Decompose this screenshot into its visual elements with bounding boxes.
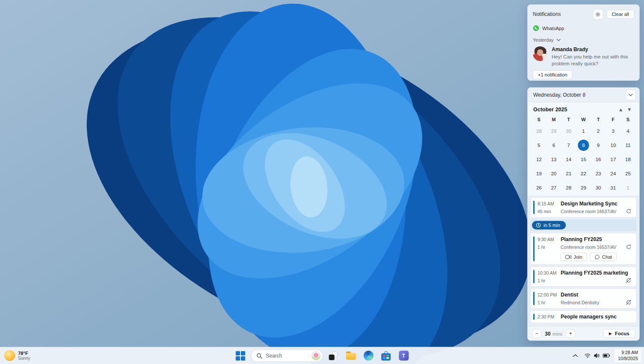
join-button[interactable]: Join — [561, 253, 587, 261]
calendar-day[interactable]: 31 — [606, 180, 621, 195]
calendar-day[interactable]: 28 — [532, 124, 547, 138]
calendar-day[interactable]: 25 — [620, 166, 635, 180]
prev-month-button[interactable]: ▲ — [617, 107, 625, 112]
decrease-duration-button[interactable]: − — [532, 329, 541, 338]
calendar-day[interactable]: 20 — [547, 166, 562, 180]
dow-label: T — [561, 115, 576, 124]
collapse-calendar-button[interactable] — [626, 90, 636, 100]
teams-button[interactable]: T — [396, 349, 411, 363]
event-row: 8:15 AMDesign Marketing Sync — [538, 201, 632, 207]
calendar-day[interactable]: 12 — [532, 152, 547, 166]
calendar-day[interactable]: 24 — [606, 166, 621, 180]
quick-settings-button[interactable] — [582, 352, 612, 360]
calendar-day[interactable]: 6 — [547, 138, 562, 152]
chat-button[interactable]: Chat — [590, 253, 617, 261]
tray-overflow-button[interactable] — [571, 352, 580, 359]
recurring-icon — [626, 208, 632, 214]
calendar-day[interactable]: 11 — [620, 138, 635, 152]
agenda-event[interactable]: 8:15 AMDesign Marketing Sync45 minConfer… — [530, 197, 637, 217]
search-icon — [256, 353, 262, 359]
start-button[interactable] — [233, 349, 248, 363]
event-time: 8:15 AM — [538, 201, 561, 206]
agenda-event[interactable]: 12:00 PMDentist1 hrRedmond Dentistry — [530, 288, 637, 309]
task-view-icon — [329, 352, 337, 360]
agenda-event[interactable]: 9:30 AMPlanning FY20251 hrConference roo… — [530, 233, 637, 265]
calendar-day[interactable]: 17 — [606, 152, 621, 166]
calendar-day[interactable]: 28 — [561, 180, 576, 195]
calendar-day[interactable]: 29 — [576, 180, 591, 195]
calendar-day[interactable]: 1 — [620, 180, 635, 195]
calendar-day[interactable]: 3 — [606, 124, 621, 138]
calendar-day[interactable]: 14 — [561, 152, 576, 166]
agenda-event[interactable]: 10:30 AMPlanning FY2025 marketing1 hr — [530, 266, 637, 287]
notification-item[interactable]: Amanda Brady Hey! Can you help me out wi… — [533, 46, 634, 67]
calendar-day[interactable]: 7 — [561, 138, 576, 152]
event-row: 10:30 AMPlanning FY2025 marketing — [538, 270, 632, 276]
calendar-day[interactable]: 13 — [547, 152, 562, 166]
dow-label: M — [547, 115, 562, 124]
yesterday-group-toggle[interactable]: Yesterday — [533, 37, 634, 43]
notifications-panel: Notifications Clear all WhatsApp Yesterd… — [527, 4, 640, 81]
event-title: Planning FY2025 marketing — [561, 270, 628, 276]
recurring-off-icon — [626, 278, 632, 283]
agenda-event[interactable]: 2:30 PMPeople managers sync — [530, 310, 637, 323]
calendar-day[interactable]: 15 — [576, 152, 591, 166]
event-detail-row: 1 hrRedmond Dentistry — [538, 300, 632, 305]
calendar-day[interactable]: 23 — [591, 166, 606, 180]
event-time: 12:00 PM — [538, 292, 561, 297]
avatar — [533, 46, 547, 61]
calendar-day[interactable]: 27 — [547, 180, 562, 195]
clock-tray-button[interactable]: 9:28 AM 10/8/2025 — [614, 349, 641, 362]
calendar-day[interactable]: 29 — [547, 124, 562, 138]
dow-label: F — [606, 115, 621, 124]
calendar-day[interactable]: 19 — [532, 166, 547, 180]
event-location: Conference room 16537/AV — [561, 245, 626, 250]
reminder-pill[interactable]: in 5 min — [532, 221, 566, 229]
calendar-day[interactable]: 26 — [532, 180, 547, 195]
search-box[interactable]: Search — [251, 349, 323, 362]
calendar-day[interactable]: 9 — [591, 138, 606, 152]
calendar-day[interactable]: 2 — [591, 124, 606, 138]
chat-label: Chat — [602, 254, 612, 260]
calendar-day[interactable]: 5 — [532, 138, 547, 152]
taskbar: 78°F Sunny Search T — [0, 347, 644, 364]
event-title: People managers sync — [561, 314, 617, 320]
event-duration: 1 hr — [538, 245, 561, 250]
event-detail-row: 1 hr — [538, 278, 632, 283]
notification-settings-button[interactable] — [593, 9, 603, 19]
calendar-day[interactable]: 4 — [620, 124, 635, 138]
calendar-day[interactable]: 30 — [561, 124, 576, 138]
wifi-icon — [584, 353, 591, 358]
calendar-day[interactable]: 21 — [561, 166, 576, 180]
more-notifications-button[interactable]: +1 notification — [533, 70, 572, 79]
calendar-day[interactable]: 1 — [576, 124, 591, 138]
calendar-dow-row: SMTWTFS — [532, 115, 635, 124]
calendar-day[interactable]: 22 — [576, 166, 591, 180]
calendar-panel: Wednesday, October 8 October 2025 ▲ ▼ SM… — [527, 87, 640, 341]
triangle-up-icon: ▲ — [620, 107, 623, 112]
file-explorer-button[interactable] — [343, 349, 358, 363]
focus-button[interactable]: ▶ Focus — [603, 329, 635, 338]
edge-button[interactable] — [361, 349, 376, 363]
focus-session-bar: − 30 mins + ▶ Focus — [528, 326, 639, 340]
gear-icon — [595, 12, 601, 17]
event-time: 2:30 PM — [538, 314, 561, 319]
whatsapp-group-label: WhatsApp — [542, 26, 564, 31]
weather-widget[interactable]: 78°F Sunny — [4, 350, 30, 361]
clear-all-button[interactable]: Clear all — [607, 10, 634, 18]
event-time: 9:30 AM — [538, 237, 561, 242]
calendar-day[interactable]: 30 — [591, 180, 606, 195]
notifications-title: Notifications — [533, 11, 561, 17]
calendar-day[interactable]: 16 — [591, 152, 606, 166]
calendar-day[interactable]: 18 — [620, 152, 635, 166]
search-highlight-image[interactable] — [311, 351, 321, 361]
task-view-button[interactable] — [326, 349, 340, 363]
chevron-down-icon — [629, 94, 633, 96]
calendar-day[interactable]: 10 — [606, 138, 621, 152]
next-month-button[interactable]: ▼ — [625, 107, 634, 112]
calendar-day-today[interactable]: 8 — [576, 138, 591, 152]
event-row: 12:00 PMDentist — [538, 292, 632, 298]
increase-duration-button[interactable]: + — [566, 329, 575, 338]
weather-condition: Sunny — [18, 356, 30, 361]
store-button[interactable] — [379, 349, 393, 363]
